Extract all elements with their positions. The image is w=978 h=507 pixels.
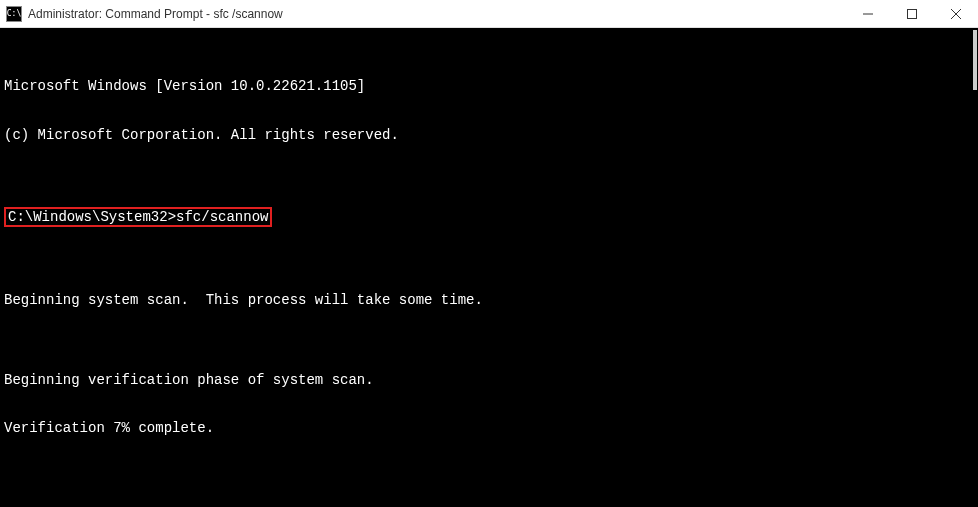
command-prompt-window: C:\ Administrator: Command Prompt - sfc … xyxy=(0,0,978,507)
highlighted-command: C:\Windows\System32>sfc/scannow xyxy=(4,207,272,227)
close-icon xyxy=(951,9,961,19)
terminal-line-version: Microsoft Windows [Version 10.0.22621.11… xyxy=(4,78,974,94)
terminal-line-copyright: (c) Microsoft Corporation. All rights re… xyxy=(4,127,974,143)
terminal-prompt-line: C:\Windows\System32>sfc/scannow xyxy=(4,207,974,227)
terminal-line-progress: Verification 7% complete. xyxy=(4,420,974,436)
scrollbar[interactable] xyxy=(973,30,977,90)
terminal-line-scan-begin: Beginning system scan. This process will… xyxy=(4,292,974,308)
window-title: Administrator: Command Prompt - sfc /sca… xyxy=(28,7,846,21)
app-icon: C:\ xyxy=(6,6,22,22)
maximize-icon xyxy=(907,9,917,19)
window-controls xyxy=(846,0,978,27)
app-icon-label: C:\ xyxy=(7,9,21,18)
minimize-icon xyxy=(863,9,873,19)
svg-rect-1 xyxy=(908,9,917,18)
terminal-output[interactable]: Microsoft Windows [Version 10.0.22621.11… xyxy=(0,28,978,507)
close-button[interactable] xyxy=(934,0,978,27)
minimize-button[interactable] xyxy=(846,0,890,27)
titlebar[interactable]: C:\ Administrator: Command Prompt - sfc … xyxy=(0,0,978,28)
maximize-button[interactable] xyxy=(890,0,934,27)
terminal-line-verification: Beginning verification phase of system s… xyxy=(4,372,974,388)
